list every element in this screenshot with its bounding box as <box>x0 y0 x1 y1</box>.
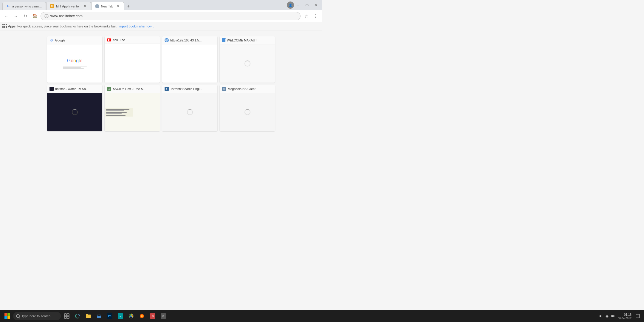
grid-dot <box>6 26 7 27</box>
most-visited-grid: G Google Google <box>47 36 275 131</box>
meghbela-spinner <box>244 109 250 115</box>
mv-tile-google-preview: Google <box>47 44 102 83</box>
tab-3-label: New Tab <box>101 4 113 8</box>
mv-tile-welcome[interactable]: WELCOME MAKAUT <box>220 36 275 83</box>
mv-tile-network-preview <box>162 44 217 83</box>
mv-tile-network-header: http://192.168.43.1:5... <box>162 36 217 44</box>
tab-3-favicon <box>95 4 99 8</box>
google-search-lines <box>63 66 87 69</box>
tabs-area: G a person who cannot sp... M MIT App In… <box>2 0 287 10</box>
mv-tile-network[interactable]: http://192.168.43.1:5... <box>162 36 217 83</box>
minimize-button[interactable]: ─ <box>294 1 302 9</box>
tab-2-close[interactable]: ✕ <box>83 4 87 8</box>
profile-area: 👤 <box>287 1 294 9</box>
apps-label: Apps <box>8 24 16 28</box>
mv-tile-ascii-preview <box>105 93 160 131</box>
address-bar-container[interactable]: i www.asciitohex.com <box>41 12 301 20</box>
mv-tile-meghbela-title: Meghbela BB Client <box>228 87 256 91</box>
ascii-left-panel <box>105 108 133 117</box>
tab-3-close[interactable]: ✕ <box>116 4 120 8</box>
ascii-line <box>106 115 126 116</box>
tab-2-label: MIT App Inventor <box>56 4 80 8</box>
mv-tile-welcome-title: WELCOME MAKAUT <box>227 38 257 42</box>
apps-icon-area[interactable]: Apps <box>2 24 16 28</box>
mv-tile-torrentz-title: Torrentz Search Engi... <box>170 87 202 91</box>
content-area: G Google Google <box>0 30 322 161</box>
google-favicon: G <box>49 38 54 42</box>
tab-2[interactable]: M MIT App Inventor ✕ <box>46 2 91 10</box>
mv-tile-welcome-header: WELCOME MAKAUT <box>220 36 275 44</box>
mv-tile-ascii-title: ASCII to Hex - Free A... <box>113 87 145 91</box>
url-text: www.asciitohex.com <box>50 14 297 18</box>
google-line-3 <box>63 68 84 69</box>
extension-area: ⋮ <box>312 12 320 20</box>
grid-dot <box>2 26 4 27</box>
mv-tile-hotstar-title: hotstar - Watch TV Sh... <box>55 87 88 91</box>
bookmark-hint-text: For quick access, place your bookmarks h… <box>17 24 117 28</box>
home-button[interactable]: 🏠 <box>31 12 39 20</box>
mv-tile-torrentz-preview <box>162 93 217 131</box>
bookmark-star[interactable]: ☆ <box>302 12 310 20</box>
grid-dot <box>6 27 7 28</box>
google-line-1 <box>63 66 87 66</box>
hotstar-spinner <box>72 109 78 115</box>
mv-tile-network-title: http://192.168.43.1:5... <box>170 38 202 42</box>
mv-tile-welcome-preview <box>220 44 275 83</box>
svg-text:i: i <box>46 15 47 18</box>
ascii-line <box>106 110 124 111</box>
tab-1-label: a person who cannot sp... <box>12 4 42 8</box>
import-bookmarks-link[interactable]: Import bookmarks now... <box>118 24 154 28</box>
maximize-button[interactable]: ▭ <box>303 1 311 9</box>
tab-2-favicon: M <box>50 4 54 8</box>
forward-button[interactable]: → <box>12 12 20 20</box>
torrentz-spinner <box>187 109 193 115</box>
mv-tile-meghbela-header: M Meghbela BB Client <box>220 85 275 93</box>
bookmarks-bar: Apps For quick access, place your bookma… <box>0 22 322 30</box>
torrentz-favicon: T <box>165 87 169 91</box>
reload-button[interactable]: ↻ <box>21 12 29 20</box>
loading-spinner <box>244 61 250 66</box>
google-line-2 <box>63 67 81 68</box>
welcome-favicon <box>222 38 225 42</box>
security-icon: i <box>44 14 49 18</box>
window-controls: ─ ▭ ✕ <box>294 1 320 9</box>
new-tab-button[interactable]: + <box>124 2 132 10</box>
mv-tile-meghbela[interactable]: M Meghbela BB Client <box>220 85 275 131</box>
youtube-favicon <box>107 38 111 41</box>
mv-tile-ascii-header: A ASCII to Hex - Free A... <box>105 85 160 93</box>
grid-dot <box>4 24 5 25</box>
meghbela-favicon: M <box>222 87 226 91</box>
grid-dot <box>6 24 7 25</box>
mv-tile-youtube[interactable]: YouTube <box>105 36 160 83</box>
mv-tile-torrentz[interactable]: T Torrentz Search Engi... <box>162 85 217 131</box>
ascii-line <box>106 112 127 113</box>
ascii-right-panel <box>134 112 160 112</box>
close-button[interactable]: ✕ <box>312 1 320 9</box>
grid-icon <box>2 24 7 28</box>
title-bar: G a person who cannot sp... M MIT App In… <box>0 0 322 10</box>
mv-tile-ascii[interactable]: A ASCII to Hex - Free A... <box>105 85 160 131</box>
mv-tile-hotstar-preview <box>47 93 102 131</box>
mv-tile-youtube-title: YouTube <box>113 38 125 42</box>
mv-tile-torrentz-header: T Torrentz Search Engi... <box>162 85 217 93</box>
browser-window: G a person who cannot sp... M MIT App In… <box>0 0 322 161</box>
mv-tile-google-title: Google <box>55 38 65 42</box>
grid-dot <box>2 27 4 28</box>
ascii-line <box>106 109 129 110</box>
ascii-line <box>106 113 122 114</box>
nav-bar: ← → ↻ 🏠 i www.asciitohex.com ☆ ⋮ <box>0 10 322 22</box>
grid-dot <box>4 27 5 28</box>
tab-3[interactable]: New Tab ✕ <box>91 2 124 10</box>
mv-tile-hotstar[interactable]: H hotstar - Watch TV Sh... <box>47 85 102 131</box>
mv-tile-google[interactable]: G Google Google <box>47 36 102 83</box>
back-button[interactable]: ← <box>2 12 10 20</box>
tab-1-favicon: G <box>6 4 10 8</box>
mv-tile-youtube-header: YouTube <box>105 36 160 44</box>
hotstar-favicon: H <box>49 87 54 91</box>
network-favicon <box>165 38 169 42</box>
profile-icon[interactable]: 👤 <box>287 1 294 9</box>
mv-tile-hotstar-header: H hotstar - Watch TV Sh... <box>47 85 102 93</box>
yt-play-icon <box>108 39 110 41</box>
tab-1[interactable]: G a person who cannot sp... <box>2 2 46 10</box>
settings-button[interactable]: ⋮ <box>312 12 320 20</box>
